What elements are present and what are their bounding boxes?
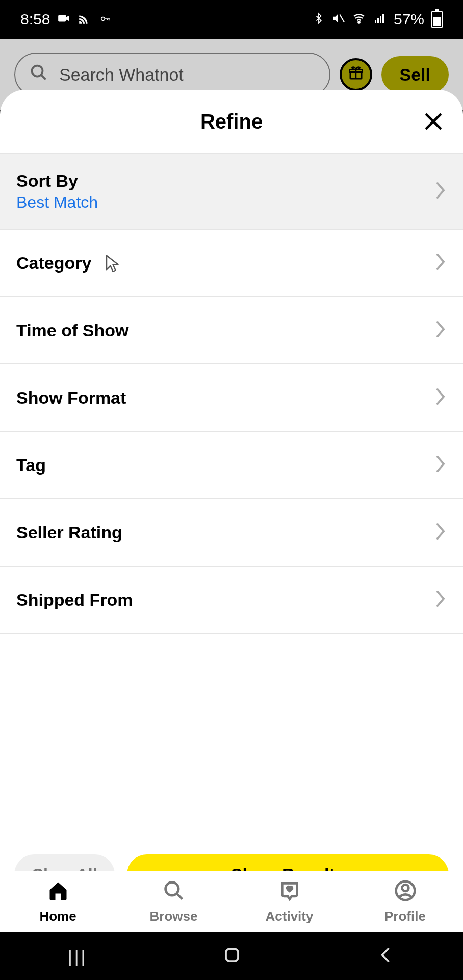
home-nav-icon <box>223 957 241 966</box>
row-title: Sort By <box>16 171 98 191</box>
svg-rect-3 <box>375 20 376 23</box>
nav-home-button[interactable] <box>223 946 241 966</box>
refine-row-show-format[interactable]: Show Format <box>0 364 463 432</box>
svg-rect-4 <box>377 18 379 23</box>
chevron-right-icon <box>434 180 447 203</box>
video-icon <box>57 12 70 27</box>
refine-list: Sort By Best Match Category Time of Show <box>0 153 463 842</box>
row-title: Tag <box>16 455 46 475</box>
tab-browse[interactable]: Browse <box>116 871 232 932</box>
svg-point-2 <box>358 21 359 23</box>
back-icon <box>377 957 395 966</box>
svg-point-12 <box>402 885 408 891</box>
bluetooth-icon <box>313 12 324 27</box>
row-title: Category <box>16 253 91 273</box>
refine-row-sort-by[interactable]: Sort By Best Match <box>0 153 463 230</box>
nav-recents-button[interactable]: ||| <box>68 946 88 966</box>
android-nav-bar: ||| <box>0 932 463 980</box>
svg-rect-0 <box>59 15 66 22</box>
battery-icon <box>431 11 443 28</box>
close-icon <box>423 111 444 134</box>
svg-point-1 <box>101 17 105 21</box>
battery-pct: 57% <box>394 11 424 28</box>
activity-icon <box>278 879 301 905</box>
refine-sheet: Refine Sort By Best Match Category <box>0 90 463 912</box>
svg-rect-13 <box>226 949 238 961</box>
row-title: Show Format <box>16 388 126 408</box>
cast-icon <box>78 12 91 27</box>
svg-rect-6 <box>382 14 384 23</box>
chevron-right-icon <box>434 589 447 611</box>
row-title: Time of Show <box>16 321 128 340</box>
tab-label: Profile <box>384 909 426 924</box>
tab-label: Home <box>39 909 76 924</box>
recents-icon: ||| <box>68 946 88 966</box>
bottom-tab-bar: Home Browse Activity Profile <box>0 871 463 932</box>
tab-label: Activity <box>266 909 314 924</box>
refine-row-shipped-from[interactable]: Shipped From <box>0 567 463 634</box>
svg-point-10 <box>165 882 178 895</box>
row-value: Best Match <box>16 193 98 212</box>
refine-row-seller-rating[interactable]: Seller Rating <box>0 499 463 567</box>
chevron-right-icon <box>434 454 447 476</box>
close-button[interactable] <box>421 110 446 135</box>
tab-activity[interactable]: Activity <box>232 871 347 932</box>
refine-row-category[interactable]: Category <box>0 230 463 297</box>
refine-row-time-of-show[interactable]: Time of Show <box>0 297 463 364</box>
clock: 8:58 <box>20 11 50 28</box>
chevron-right-icon <box>434 386 447 409</box>
chevron-right-icon <box>434 521 447 544</box>
refine-row-tag[interactable]: Tag <box>0 432 463 499</box>
chevron-right-icon <box>434 252 447 274</box>
sheet-header: Refine <box>0 90 463 153</box>
key-icon <box>98 13 113 26</box>
signal-icon <box>373 12 387 27</box>
row-title: Seller Rating <box>16 523 122 543</box>
mute-icon <box>331 12 345 27</box>
profile-icon <box>394 879 417 905</box>
home-icon <box>47 879 69 905</box>
tab-home[interactable]: Home <box>0 871 116 932</box>
sheet-title: Refine <box>200 110 263 133</box>
tab-label: Browse <box>150 909 198 924</box>
tab-profile[interactable]: Profile <box>347 871 463 932</box>
nav-back-button[interactable] <box>377 946 395 966</box>
chevron-right-icon <box>434 319 447 341</box>
svg-rect-5 <box>380 16 381 23</box>
status-bar: 8:58 57% <box>0 0 463 39</box>
search-icon <box>163 879 185 905</box>
wifi-icon <box>352 12 366 27</box>
row-title: Shipped From <box>16 590 133 610</box>
